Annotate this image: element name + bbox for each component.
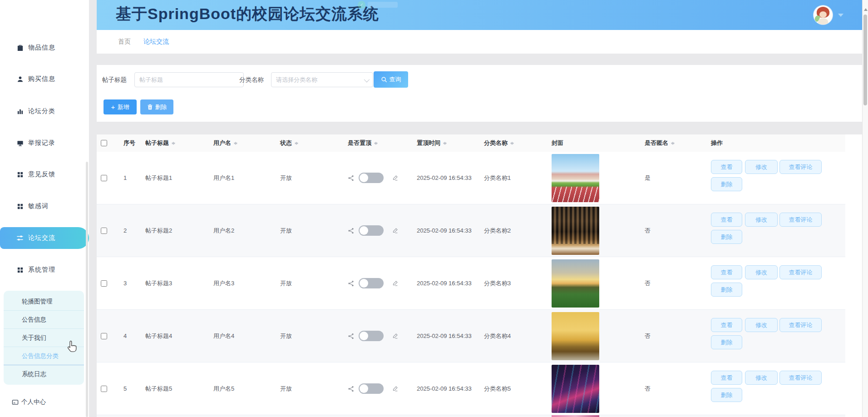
row-checkbox[interactable] xyxy=(101,333,107,339)
pin-toggle[interactable] xyxy=(359,331,384,341)
app-header: 基于SpringBoot的校园论坛交流系统 ✓ xyxy=(97,0,862,30)
edit-button[interactable]: 修改 xyxy=(745,265,778,279)
sidebar-item-report-record[interactable]: 举报记录 xyxy=(0,132,89,154)
pin-toggle[interactable] xyxy=(359,173,384,183)
view-button[interactable]: 查看 xyxy=(711,265,742,279)
view-button[interactable]: 查看 xyxy=(711,371,742,385)
edit-pencil-icon[interactable] xyxy=(392,204,398,257)
anonymous-flag: 否 xyxy=(645,204,651,257)
chevron-down-icon[interactable] xyxy=(838,14,843,17)
share-icon[interactable] xyxy=(348,204,354,257)
view-button[interactable]: 查看 xyxy=(711,318,742,332)
delete-row-button[interactable]: 删除 xyxy=(711,283,742,297)
sidebar-item-forum-category[interactable]: 论坛分类 xyxy=(0,100,89,122)
chevron-down-icon xyxy=(364,77,370,83)
delete-row-button[interactable]: 删除 xyxy=(711,388,742,402)
page-scrollbar[interactable] xyxy=(862,0,868,417)
category-select[interactable]: 请选择分类名称 xyxy=(271,72,373,87)
row-checkbox[interactable] xyxy=(101,386,107,392)
submenu-item-system-log[interactable]: 系统日志 xyxy=(4,365,84,383)
col-pin-time[interactable]: 置顶时间 xyxy=(417,134,447,152)
row-checkbox[interactable] xyxy=(101,228,107,234)
sidebar-scrollbar[interactable] xyxy=(86,162,88,417)
cover-image[interactable] xyxy=(552,154,599,202)
edit-pencil-icon[interactable] xyxy=(392,310,398,362)
query-button[interactable]: 查询 xyxy=(374,71,408,88)
edit-pencil-icon[interactable] xyxy=(392,257,398,309)
sidebar-item-feedback[interactable]: 意见反馈 xyxy=(0,164,89,185)
col-pinned[interactable]: 是否置顶 xyxy=(348,134,378,152)
view-comments-button[interactable]: 查看评论 xyxy=(779,371,822,385)
edit-button[interactable]: 修改 xyxy=(745,160,778,174)
sidebar-item-goods[interactable]: 物品信息 xyxy=(0,37,89,59)
scroll-up-arrow-icon[interactable] xyxy=(864,8,868,11)
sidebar-item-personal-center[interactable]: 个人中心 xyxy=(12,398,46,406)
row-checkbox[interactable] xyxy=(101,280,107,287)
sidebar-item-purchase[interactable]: 购买信息 xyxy=(0,68,89,90)
table-row: 3 帖子标题3 用户名3 开放 2025-02-09 16:54:33 分类名称… xyxy=(97,257,845,310)
status: 开放 xyxy=(280,310,292,362)
row-index: 4 xyxy=(123,310,127,362)
col-username[interactable]: 用户名 xyxy=(213,134,238,152)
col-anonymous[interactable]: 是否匿名 xyxy=(645,134,675,152)
pin-toggle[interactable] xyxy=(359,225,384,236)
delete-button[interactable]: 删除 xyxy=(140,99,173,114)
scrollbar-thumb[interactable] xyxy=(863,15,867,105)
view-comments-button[interactable]: 查看评论 xyxy=(779,265,822,279)
post-title-input[interactable] xyxy=(134,72,244,87)
view-comments-button[interactable]: 查看评论 xyxy=(779,318,822,332)
bar-chart-icon xyxy=(16,108,24,115)
share-icon[interactable] xyxy=(348,257,354,309)
view-comments-button[interactable]: 查看评论 xyxy=(779,213,822,227)
cover-image[interactable] xyxy=(552,207,599,255)
tab-forum-exchange[interactable]: 论坛交流 xyxy=(143,30,169,54)
page-title: 基于SpringBoot的校园论坛交流系统 xyxy=(116,4,379,25)
select-all-checkbox[interactable] xyxy=(101,140,107,146)
view-comments-button[interactable]: 查看评论 xyxy=(779,160,822,174)
submenu-item-announcement-category[interactable]: 公告信息分类 xyxy=(4,347,84,365)
category-select-placeholder: 请选择分类名称 xyxy=(276,76,317,84)
submenu-item-carousel[interactable]: 轮播图管理 xyxy=(4,293,84,311)
sidebar-item-system-management[interactable]: 系统管理 xyxy=(0,259,89,281)
col-status[interactable]: 状态 xyxy=(280,134,299,152)
sidebar-item-sensitive-words[interactable]: 敏感词 xyxy=(0,195,89,217)
pin-toggle[interactable] xyxy=(359,278,384,288)
submenu-item-about-us[interactable]: 关于我们 xyxy=(4,329,84,347)
delete-row-button[interactable]: 删除 xyxy=(711,335,742,349)
pin-toggle[interactable] xyxy=(359,383,384,394)
view-button[interactable]: 查看 xyxy=(711,160,742,174)
pin-time: 2025-02-09 16:54:33 xyxy=(417,204,472,257)
sort-icon xyxy=(510,140,514,147)
sort-icon xyxy=(443,140,447,147)
pin-time: 2025-02-09 16:54:33 xyxy=(417,310,472,362)
cover-image[interactable] xyxy=(552,259,599,308)
username: 用户名5 xyxy=(213,362,234,415)
tab-home[interactable]: 首页 xyxy=(118,30,131,54)
share-icon[interactable] xyxy=(348,310,354,362)
share-icon[interactable] xyxy=(348,362,354,415)
username: 用户名1 xyxy=(213,152,234,204)
edit-button[interactable]: 修改 xyxy=(745,318,778,332)
view-button[interactable]: 查看 xyxy=(711,213,742,227)
edit-button[interactable]: 修改 xyxy=(745,213,778,227)
edit-button[interactable]: 修改 xyxy=(745,371,778,385)
add-button[interactable]: + 新增 xyxy=(104,99,137,114)
col-post-title[interactable]: 帖子标题 xyxy=(145,134,176,152)
submenu-item-announcement[interactable]: 公告信息 xyxy=(4,311,84,329)
watermark: ✓ xyxy=(358,0,398,9)
avatar[interactable] xyxy=(814,5,833,25)
edit-pencil-icon[interactable] xyxy=(392,362,398,415)
share-icon[interactable] xyxy=(348,152,354,204)
col-actions: 操作 xyxy=(711,134,723,152)
sidebar-item-forum-exchange[interactable]: 论坛交流 xyxy=(0,227,89,249)
delete-row-button[interactable]: 删除 xyxy=(711,177,742,191)
anonymous-flag: 否 xyxy=(645,362,651,415)
sort-icon xyxy=(294,140,299,147)
cover-image[interactable] xyxy=(552,365,599,413)
edit-pencil-icon[interactable] xyxy=(392,152,398,204)
row-checkbox[interactable] xyxy=(101,175,107,181)
status: 开放 xyxy=(280,204,292,257)
cover-image[interactable] xyxy=(552,312,599,360)
delete-row-button[interactable]: 删除 xyxy=(711,230,742,244)
col-category[interactable]: 分类名称 xyxy=(484,134,514,152)
